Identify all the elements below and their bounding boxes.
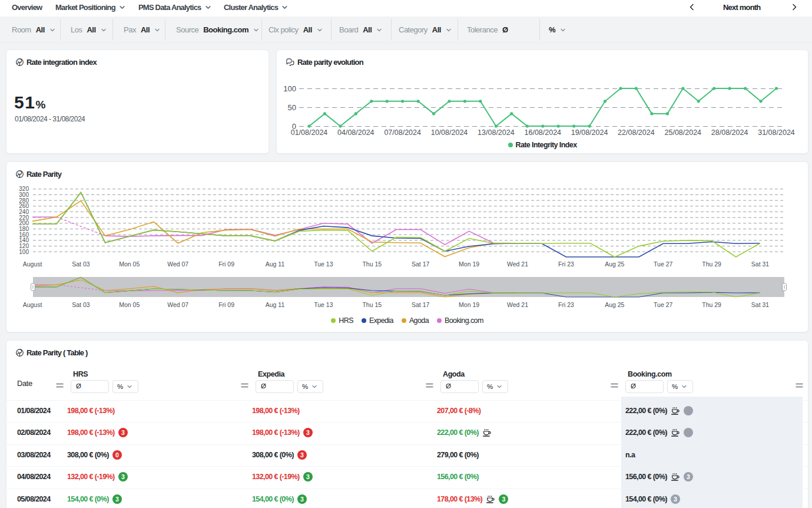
svg-text:Wed 07: Wed 07: [167, 301, 188, 308]
svg-text:Mon 19: Mon 19: [459, 260, 479, 268]
svg-text:Tue 13: Tue 13: [314, 301, 333, 308]
svg-text:Sat 03: Sat 03: [72, 260, 90, 268]
svg-text:13/08/2024: 13/08/2024: [478, 128, 515, 137]
svg-text:10/08/2024: 10/08/2024: [431, 128, 468, 137]
svg-text:Fri 23: Fri 23: [558, 260, 574, 268]
svg-text:Wed 07: Wed 07: [167, 260, 188, 268]
svg-text:07/08/2024: 07/08/2024: [384, 128, 421, 137]
svg-text:Wed 21: Wed 21: [507, 301, 528, 308]
svg-text:31/08/2024: 31/08/2024: [758, 128, 795, 137]
svg-text:Fri 23: Fri 23: [558, 301, 574, 308]
svg-text:Sat 31: Sat 31: [751, 301, 770, 308]
svg-text:Mon 19: Mon 19: [459, 301, 479, 308]
svg-text:Wed 21: Wed 21: [507, 260, 528, 268]
svg-text:Sat 17: Sat 17: [412, 301, 430, 308]
svg-text:25/08/2024: 25/08/2024: [665, 128, 702, 137]
svg-text:16/08/2024: 16/08/2024: [525, 128, 562, 137]
svg-text:Thu 29: Thu 29: [702, 260, 721, 268]
svg-text:Aug 11: Aug 11: [266, 260, 285, 268]
svg-text:Tue 27: Tue 27: [654, 260, 672, 268]
svg-text:100: 100: [283, 84, 296, 93]
svg-text:Sat 03: Sat 03: [72, 301, 90, 308]
svg-text:50: 50: [288, 103, 296, 112]
svg-text:August: August: [23, 260, 42, 268]
svg-text:Aug 25: Aug 25: [605, 301, 624, 308]
svg-text:100: 100: [19, 249, 29, 255]
svg-text:Thu 15: Thu 15: [362, 301, 382, 308]
svg-text:Mon 05: Mon 05: [119, 260, 140, 268]
svg-text:Fri 09: Fri 09: [218, 301, 234, 308]
svg-text:04/08/2024: 04/08/2024: [337, 128, 374, 137]
svg-text:01/08/2024: 01/08/2024: [291, 128, 328, 137]
svg-text:Mon 05: Mon 05: [119, 301, 140, 308]
svg-text:Sat 17: Sat 17: [412, 260, 430, 268]
svg-text:August: August: [23, 301, 42, 308]
svg-text:Fri 09: Fri 09: [218, 260, 234, 268]
svg-text:Sat 31: Sat 31: [751, 260, 770, 268]
svg-text:Tue 27: Tue 27: [654, 301, 672, 308]
svg-text:Thu 29: Thu 29: [702, 301, 721, 308]
svg-text:Aug 11: Aug 11: [266, 301, 285, 308]
svg-text:28/08/2024: 28/08/2024: [711, 128, 748, 137]
svg-text:19/08/2024: 19/08/2024: [571, 128, 608, 137]
svg-text:Tue 13: Tue 13: [314, 260, 333, 268]
svg-text:Thu 15: Thu 15: [362, 260, 382, 268]
svg-text:Aug 25: Aug 25: [605, 260, 624, 268]
svg-text:22/08/2024: 22/08/2024: [618, 128, 655, 137]
